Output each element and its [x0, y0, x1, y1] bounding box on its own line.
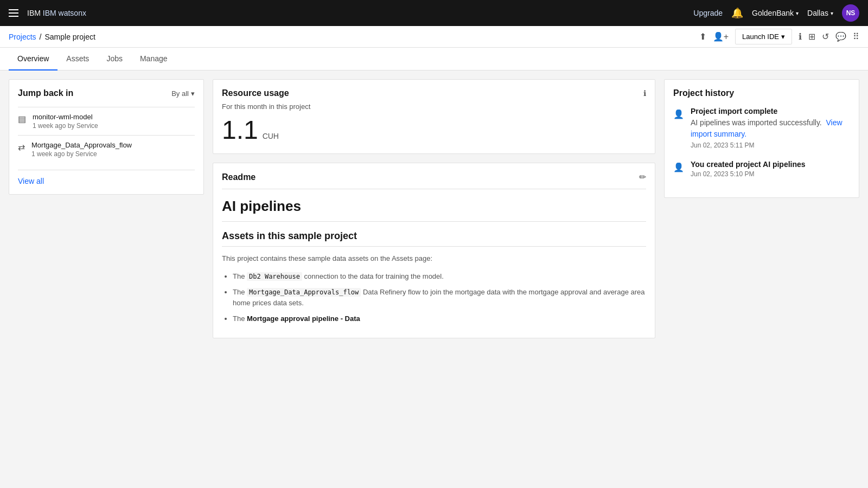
history-event: Project import complete: [691, 107, 850, 115]
resource-usage-header: Resource usage ℹ: [222, 88, 646, 98]
list-item: The Db2 Warehouse connection to the data…: [233, 271, 646, 282]
list-item[interactable]: ⇄ Mortgage_Data_Approvals_flow 1 week ag…: [18, 135, 195, 163]
view-all-link[interactable]: View all: [18, 170, 195, 185]
readme-heading: AI pipelines: [222, 198, 646, 222]
jump-back-in-header: Jump back in By all ▾: [18, 88, 195, 98]
asset-meta: 1 week ago by Service: [33, 122, 98, 130]
chat-icon[interactable]: 💬: [835, 31, 846, 42]
region-caret-icon: ▾: [831, 10, 833, 16]
model-icon: ▤: [18, 114, 26, 124]
apps-icon[interactable]: ⠿: [853, 31, 859, 42]
breadcrumb-bar: Projects / Sample project ⬆ 👤+ Launch ID…: [0, 26, 868, 48]
history-time: Jun 02, 2023 5:10 PM: [691, 170, 806, 178]
history-icon[interactable]: ↺: [822, 31, 829, 42]
readme-description: This project contains these sample data …: [222, 253, 646, 265]
upload-icon[interactable]: ⬆: [699, 31, 706, 42]
jump-back-in-title: Jump back in: [18, 88, 73, 98]
account-dropdown[interactable]: GoldenBank ▾: [752, 9, 799, 17]
list-item: The Mortgage_Data_Approvals_flow Data Re…: [233, 287, 646, 310]
project-history-title: Project history: [673, 88, 850, 98]
grid-icon[interactable]: ⊞: [808, 31, 815, 42]
breadcrumb: Projects / Sample project: [9, 33, 95, 41]
launch-ide-button[interactable]: Launch IDE ▾: [735, 29, 792, 44]
readme-card: Readme ✏ AI pipelines Assets in this sam…: [213, 163, 655, 338]
flow-icon: ⇄: [18, 142, 25, 152]
asset-meta: 1 week ago by Service: [31, 150, 132, 158]
readme-content: AI pipelines Assets in this sample proje…: [222, 198, 646, 325]
resource-usage-card: Resource usage ℹ For this month in this …: [213, 79, 655, 154]
history-item: 👤 You created project AI pipelines Jun 0…: [673, 160, 850, 178]
breadcrumb-separator: /: [40, 33, 42, 41]
by-all-dropdown[interactable]: By all ▾: [171, 89, 195, 98]
readme-subheading: Assets in this sample project: [222, 230, 646, 247]
user-icon: 👤: [673, 162, 684, 178]
jump-back-in-panel: Jump back in By all ▾ ▤ monitor-wml-mode…: [9, 79, 204, 195]
account-caret-icon: ▾: [796, 10, 799, 16]
avatar[interactable]: NS: [842, 4, 859, 22]
tab-manage[interactable]: Manage: [131, 48, 176, 70]
add-collaborator-icon[interactable]: 👤+: [713, 31, 729, 42]
notifications-icon[interactable]: 🔔: [731, 7, 743, 19]
top-navigation: IBM IBM watsonx Upgrade 🔔 GoldenBank ▾ D…: [0, 0, 868, 26]
edit-icon[interactable]: ✏: [639, 172, 646, 182]
resource-usage-title: Resource usage: [222, 88, 289, 98]
launch-ide-caret-icon: ▾: [781, 33, 785, 41]
history-time: Jun 02, 2023 5:11 PM: [691, 142, 850, 149]
asset-name: Mortgage_Data_Approvals_flow: [31, 141, 132, 149]
readme-header: Readme ✏: [222, 172, 646, 189]
resource-subtitle: For this month in this project: [222, 102, 646, 111]
topnav-right: Upgrade 🔔 GoldenBank ▾ Dallas ▾ NS: [693, 4, 859, 22]
brand-logo: IBM IBM watsonx: [27, 9, 86, 17]
tab-overview[interactable]: Overview: [9, 48, 58, 70]
upgrade-button[interactable]: Upgrade: [693, 9, 723, 17]
current-page-breadcrumb: Sample project: [44, 33, 95, 41]
readme-title: Readme: [222, 172, 256, 182]
tab-jobs[interactable]: Jobs: [98, 48, 131, 70]
info-icon[interactable]: ℹ: [799, 31, 802, 42]
projects-breadcrumb-link[interactable]: Projects: [9, 33, 36, 41]
view-import-summary-link[interactable]: View import summary.: [691, 118, 843, 138]
cuh-unit: CUH: [263, 132, 279, 140]
by-all-caret-icon: ▾: [191, 89, 195, 98]
asset-name: monitor-wml-model: [33, 113, 98, 121]
hamburger-menu[interactable]: [9, 9, 18, 17]
history-item: 👤 Project import complete AI pipelines w…: [673, 107, 850, 149]
list-item: The Mortgage approval pipeline - Data: [233, 313, 646, 325]
topnav-left: IBM IBM watsonx: [9, 9, 86, 17]
middle-panel: Resource usage ℹ For this month in this …: [213, 79, 655, 476]
cuh-value: 1.1: [222, 115, 258, 144]
main-content: Jump back in By all ▾ ▤ monitor-wml-mode…: [0, 70, 868, 485]
tabs-bar: Overview Assets Jobs Manage: [0, 48, 868, 70]
region-dropdown[interactable]: Dallas ▾: [807, 9, 833, 17]
readme-bullets: The Db2 Warehouse connection to the data…: [222, 271, 646, 325]
project-history-panel: Project history 👤 Project import complet…: [664, 79, 859, 198]
breadcrumb-actions: ⬆ 👤+ Launch IDE ▾ ℹ ⊞ ↺ 💬 ⠿: [699, 29, 859, 44]
user-icon: 👤: [673, 109, 684, 149]
list-item[interactable]: ▤ monitor-wml-model 1 week ago by Servic…: [18, 107, 195, 135]
history-event: You created project AI pipelines: [691, 160, 806, 169]
history-description: AI pipelines was imported successfully. …: [691, 117, 850, 140]
resource-info-icon[interactable]: ℹ: [643, 89, 646, 98]
tab-assets[interactable]: Assets: [58, 48, 98, 70]
